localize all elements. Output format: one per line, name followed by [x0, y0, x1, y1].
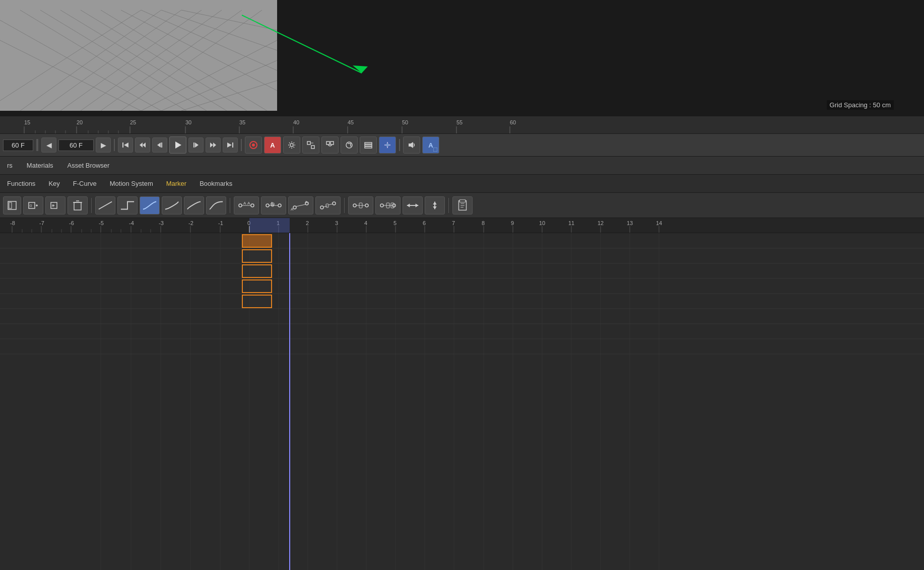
svg-marker-62	[213, 142, 216, 148]
kf-handle-free-btn[interactable]: A A	[288, 196, 313, 215]
audio-btn[interactable]	[403, 136, 420, 154]
solo-btn[interactable]	[379, 136, 396, 154]
grid-area	[0, 0, 277, 111]
menu-item-asset-browser[interactable]: Asset Browser	[64, 160, 113, 171]
kf-paste-btn[interactable]	[452, 196, 473, 215]
svg-text:60: 60	[510, 119, 516, 125]
keyframe-block-0[interactable]	[242, 234, 272, 248]
timeline-menu-fcurve[interactable]: F-Curve	[70, 178, 100, 189]
kf-add-key-btn[interactable]: 0	[23, 196, 43, 215]
svg-marker-53	[124, 142, 128, 148]
svg-line-75	[289, 147, 290, 148]
transform-btn[interactable]	[302, 136, 319, 154]
kf-handle-auto-btn[interactable]: A A	[234, 196, 259, 215]
keyframe-block-1[interactable]	[242, 249, 272, 263]
skip-to-start-btn[interactable]	[118, 137, 133, 153]
ruler-svg: 15 20 25 30 35 40 45 50 55 60	[0, 116, 924, 134]
svg-point-87	[386, 144, 389, 147]
svg-text:35: 35	[239, 119, 245, 125]
kf-ease-out-btn[interactable]	[184, 196, 204, 215]
svg-line-5	[101, 10, 242, 111]
timeline-menu-functions[interactable]: Functions	[4, 178, 38, 189]
kf-linear-btn[interactable]	[95, 196, 115, 215]
step-back-btn[interactable]	[152, 137, 167, 153]
svg-line-4	[81, 10, 222, 111]
svg-text:45: 45	[348, 119, 354, 125]
svg-text:7: 7	[452, 220, 455, 226]
svg-marker-88	[409, 142, 413, 148]
menu-item-rs[interactable]: rs	[4, 160, 16, 171]
nav-arrow-right[interactable]: ▶	[96, 137, 111, 153]
motion-path-btn[interactable]	[321, 136, 339, 154]
svg-text:0: 0	[30, 203, 32, 208]
timeline-menu-marker[interactable]: Marker	[163, 178, 189, 189]
svg-marker-138	[433, 206, 437, 209]
kf-handle-broken-btn[interactable]	[315, 196, 341, 215]
svg-text:50: 50	[402, 119, 408, 125]
svg-line-6	[121, 10, 262, 111]
keyframe-toolbar: 0 0	[0, 193, 924, 218]
timeline-menu-motion-system[interactable]: Motion System	[107, 178, 156, 189]
current-frame-display[interactable]: 60 F	[3, 139, 33, 151]
svg-line-11	[0, 20, 161, 111]
nav-arrow-left[interactable]: ◀	[41, 137, 56, 153]
svg-rect-82	[365, 142, 372, 144]
svg-line-73	[294, 147, 295, 148]
kf-scale-time-btn[interactable]	[425, 196, 445, 215]
kf-smooth-btn[interactable]	[140, 196, 160, 215]
svg-line-72	[289, 142, 290, 144]
timeline-menu-bookmarks[interactable]: Bookmarks	[196, 178, 235, 189]
svg-point-124	[353, 204, 356, 207]
autokey-btn[interactable]: A	[264, 136, 281, 154]
record-btn[interactable]	[245, 136, 262, 154]
next-keyframe-btn[interactable]	[206, 137, 221, 153]
keyframe-block-3[interactable]	[242, 279, 272, 293]
svg-rect-91	[9, 202, 12, 208]
svg-text:0: 0	[52, 203, 54, 208]
timeline-grid-bg	[0, 233, 924, 570]
svg-line-17	[121, 10, 277, 91]
svg-rect-63	[232, 142, 233, 148]
svg-text:6: 6	[423, 220, 426, 226]
kf-select-tool[interactable]	[3, 196, 21, 215]
kf-remove-key-btn[interactable]: 0	[45, 196, 65, 215]
kf-locked-btn1[interactable]	[348, 196, 373, 215]
svg-rect-76	[307, 141, 310, 145]
svg-text:30: 30	[185, 119, 191, 125]
end-frame-display[interactable]: 60 F	[58, 139, 94, 151]
kf-handle-lock-btn[interactable]: A	[261, 196, 286, 215]
layer-btn[interactable]	[360, 136, 377, 154]
kf-time-stretch-btn[interactable]	[403, 196, 423, 215]
skip-to-end-btn[interactable]	[223, 137, 238, 153]
menu-item-materials[interactable]: Materials	[24, 160, 56, 171]
settings-btn[interactable]	[283, 136, 300, 154]
timeline-menu-key[interactable]: Key	[45, 178, 62, 189]
play-btn[interactable]	[169, 136, 186, 154]
svg-line-10	[0, 40, 141, 111]
timeline-menu-bar: Functions Key F-Curve Motion System Mark…	[0, 175, 924, 193]
svg-point-128	[380, 204, 383, 207]
svg-text:A: A	[305, 200, 308, 204]
cycle-btn[interactable]	[341, 136, 358, 154]
prev-keyframe-btn[interactable]	[135, 137, 150, 153]
step-fwd-btn[interactable]	[188, 137, 204, 153]
playback-bar: 60 F ◀ 60 F ▶ A	[0, 133, 924, 157]
svg-text:2: 2	[306, 220, 309, 226]
kf-delete-btn[interactable]	[68, 196, 88, 215]
svg-point-109	[278, 204, 281, 207]
svg-marker-54	[140, 142, 143, 148]
snapping-btn[interactable]: A	[422, 136, 439, 154]
kf-ease-in-btn[interactable]	[162, 196, 182, 215]
kf-ease-inout-btn[interactable]	[206, 196, 226, 215]
svg-text:20: 20	[77, 119, 83, 125]
svg-text:8: 8	[482, 220, 485, 226]
keyframe-block-2[interactable]	[242, 264, 272, 278]
keyframe-block-4[interactable]	[242, 295, 272, 308]
svg-rect-83	[365, 145, 372, 146]
kf-step-btn[interactable]	[117, 196, 138, 215]
svg-text:3: 3	[335, 220, 338, 226]
svg-text:40: 40	[293, 119, 299, 125]
kf-locked-btn2[interactable]	[375, 196, 401, 215]
svg-line-3	[60, 10, 202, 111]
svg-rect-52	[122, 142, 123, 148]
